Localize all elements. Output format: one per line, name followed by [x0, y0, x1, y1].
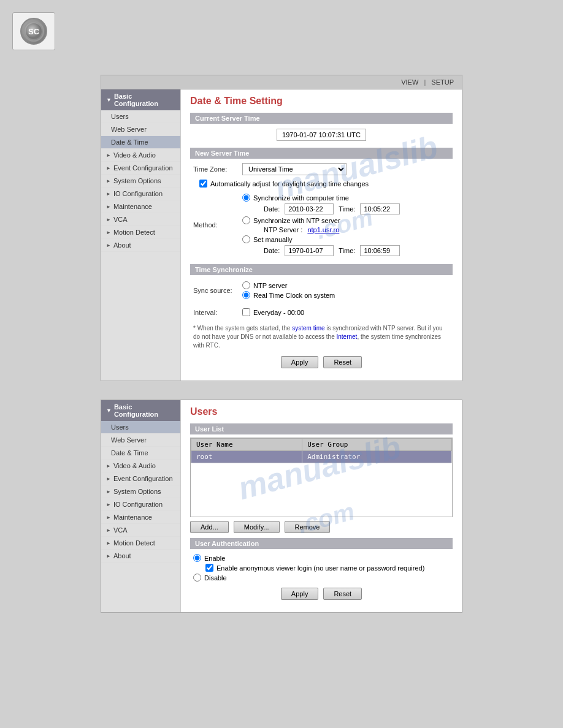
- sidebar2-item-users[interactable]: Users: [101, 421, 180, 434]
- users-reset-btn[interactable]: Reset: [323, 588, 362, 600]
- logo-icon: SC: [20, 18, 47, 45]
- set-manually-radio[interactable]: [242, 235, 250, 243]
- timezone-label: Time Zone:: [193, 165, 242, 173]
- auto-adjust-checkbox[interactable]: [199, 180, 207, 188]
- sync-computer-date-row: Date: Time:: [264, 203, 450, 214]
- table-row[interactable]: root Administrator: [191, 451, 452, 463]
- rtc-radio-row: Real Time Clock on system: [242, 291, 450, 299]
- sync-ntp-radio[interactable]: [242, 216, 250, 224]
- sidebar-group-maintenance[interactable]: ► Maintenance: [101, 200, 180, 213]
- users-btn-row: Apply Reset: [190, 588, 453, 600]
- interval-value: Everyday - 00:00: [242, 306, 450, 318]
- user-table: User Name User Group root Administrator: [191, 438, 452, 463]
- time-sync-bar: Time Synchronize: [190, 264, 453, 275]
- sidebar-panel2: ▼ Basic Configuration Users Web Server D…: [101, 400, 181, 612]
- datetime-apply-btn[interactable]: Apply: [281, 356, 319, 368]
- date-input[interactable]: [285, 203, 334, 214]
- user-auth-bar: User Authentication: [190, 538, 453, 549]
- disable-label: Disable: [204, 574, 227, 582]
- auto-adjust-label: Automatically adjust for daylight saving…: [210, 180, 369, 188]
- anon-viewer-row: Enable anonymous viewer login (no user n…: [205, 564, 453, 572]
- sidebar2-group-io-config[interactable]: ► IO Configuration: [101, 498, 180, 511]
- sidebar-item-datetime[interactable]: Date & Time: [101, 136, 180, 149]
- sidebar2-group-event-config[interactable]: ► Event Configuration: [101, 472, 180, 485]
- sidebar2-group-about[interactable]: ► About: [101, 550, 180, 563]
- sync-computer-radio[interactable]: [242, 194, 250, 202]
- sync-source-row: Sync source: NTP server Real Time Clock …: [190, 278, 453, 302]
- sidebar-panel1: ▼ Basic Configuration Users Web Server D…: [101, 89, 181, 381]
- svg-text:SC: SC: [28, 27, 40, 36]
- sidebar-group-about[interactable]: ► About: [101, 239, 180, 252]
- sync-computer-radio-row: Synchronize with computer time: [242, 194, 450, 202]
- set-manually-radio-row: Set manually: [242, 235, 450, 243]
- disable-radio-row: Disable: [193, 574, 453, 582]
- footnote-highlight1: system time: [292, 325, 324, 332]
- sidebar-item-users[interactable]: Users: [101, 110, 180, 123]
- date-label: Date:: [264, 205, 280, 213]
- sidebar-group-video-audio[interactable]: ► Video & Audio: [101, 149, 180, 162]
- auto-adjust-row: Automatically adjust for daylight saving…: [199, 180, 453, 188]
- sidebar-group-motion-detect[interactable]: ► Motion Detect: [101, 226, 180, 239]
- users-panel: manualslib .com ▼ Basic Configuration Us…: [101, 400, 462, 613]
- sidebar-group-io-config[interactable]: ► IO Configuration: [101, 188, 180, 200]
- user-list-container[interactable]: User Name User Group root Administrator: [190, 438, 453, 517]
- datetime-btn-row: Apply Reset: [190, 356, 453, 368]
- setup-link[interactable]: SETUP: [431, 78, 454, 86]
- view-link[interactable]: VIEW: [401, 78, 418, 86]
- enable-radio[interactable]: [193, 554, 201, 562]
- sidebar2-item-webserver[interactable]: Web Server: [101, 434, 180, 447]
- footnote-highlight2: Internet: [336, 333, 357, 340]
- remove-btn[interactable]: Remove: [285, 521, 331, 533]
- datetime-reset-btn[interactable]: Reset: [323, 356, 362, 368]
- ntp-src-label: NTP server: [253, 282, 287, 289]
- timezone-row: Time Zone: Universal Time: [190, 162, 453, 176]
- sidebar-group-vca[interactable]: ► VCA: [101, 213, 180, 226]
- sidebar2-group-motion-detect[interactable]: ► Motion Detect: [101, 537, 180, 550]
- manual-date-input[interactable]: [285, 245, 334, 256]
- sidebar2-group-system-options[interactable]: ► System Options: [101, 485, 180, 498]
- time-input[interactable]: [360, 203, 400, 214]
- enable-radio-row: Enable: [193, 554, 453, 562]
- sidebar2-group-maintenance[interactable]: ► Maintenance: [101, 511, 180, 524]
- method-label: Method:: [193, 221, 242, 229]
- sidebar-item-webserver[interactable]: Web Server: [101, 123, 180, 136]
- page-title-users: Users: [190, 406, 453, 417]
- disable-radio[interactable]: [193, 574, 201, 582]
- user-auth-section: Enable Enable anonymous viewer login (no…: [190, 554, 453, 582]
- interval-checkbox[interactable]: [242, 308, 250, 316]
- interval-label: Interval:: [193, 309, 242, 316]
- datetime-main-content: Date & Time Setting Current Server Time …: [181, 89, 462, 381]
- method-row: Method: Synchronize with computer time D…: [190, 191, 453, 259]
- manual-time-input[interactable]: [360, 245, 400, 256]
- sidebar2-group-vca[interactable]: ► VCA: [101, 524, 180, 537]
- manual-date-label: Date:: [264, 247, 280, 254]
- sidebar2-section-header: ▼ Basic Configuration: [101, 400, 180, 421]
- timezone-dropdown[interactable]: Universal Time: [242, 163, 347, 175]
- sidebar2-group-video-audio[interactable]: ► Video & Audio: [101, 460, 180, 472]
- anon-viewer-checkbox[interactable]: [205, 564, 213, 572]
- manual-date-row: Date: Time:: [264, 245, 450, 256]
- interval-text: Everyday - 00:00: [253, 309, 304, 316]
- rtc-src-label: Real Time Clock on system: [253, 292, 335, 299]
- timezone-value: Universal Time: [242, 163, 450, 175]
- sync-source-options: NTP server Real Time Clock on system: [242, 279, 450, 301]
- ntp-server-link[interactable]: ntp1.usr.ro: [307, 226, 339, 233]
- add-btn[interactable]: Add...: [190, 521, 229, 533]
- ntp-src-radio[interactable]: [242, 281, 250, 289]
- user-list-bar: User List: [190, 423, 453, 434]
- sidebar-group-system-options[interactable]: ► System Options: [101, 175, 180, 188]
- topbar: VIEW | SETUP: [101, 75, 462, 89]
- ntp-server-row: NTP Server : ntp1.usr.ro: [264, 226, 450, 233]
- user-action-btns: Add... Modify... Remove: [190, 521, 453, 533]
- sidebar2-item-datetime[interactable]: Date & Time: [101, 447, 180, 460]
- ntp-radio-row: NTP server: [242, 281, 450, 289]
- users-main-content: Users User List User Name User Group: [181, 400, 462, 612]
- new-server-time-bar: New Server Time: [190, 148, 453, 159]
- user-group-cell: Administrator: [302, 451, 452, 463]
- users-apply-btn[interactable]: Apply: [281, 588, 319, 600]
- modify-btn[interactable]: Modify...: [234, 521, 280, 533]
- current-server-time-bar: Current Server Time: [190, 113, 453, 124]
- rtc-src-radio[interactable]: [242, 291, 250, 299]
- sidebar-group-event-config[interactable]: ► Event Configuration: [101, 162, 180, 175]
- page-title-datetime: Date & Time Setting: [190, 96, 453, 107]
